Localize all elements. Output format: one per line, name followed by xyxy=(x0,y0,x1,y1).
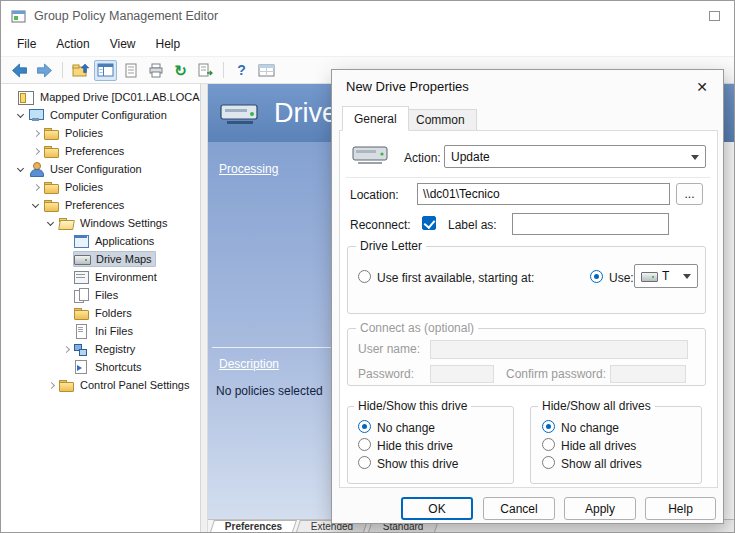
toolbar-separator xyxy=(62,62,63,78)
cancel-button[interactable]: Cancel xyxy=(483,497,555,520)
tab-common[interactable]: Common xyxy=(404,109,477,131)
console-tree[interactable]: Mapped Drive [DC01.LAB.LOCA Computer Con… xyxy=(1,84,201,532)
tree-item-folders[interactable]: Folders xyxy=(1,304,200,322)
menu-file[interactable]: File xyxy=(7,34,46,54)
tree-item-applications[interactable]: Applications xyxy=(1,232,200,250)
divider xyxy=(346,177,710,178)
user-name-label: User name: xyxy=(358,342,420,356)
help-icon[interactable]: ? xyxy=(230,60,253,81)
chevron-down-icon[interactable] xyxy=(45,217,58,230)
tree-item-root[interactable]: Mapped Drive [DC01.LAB.LOCA xyxy=(1,88,200,106)
close-icon[interactable]: ✕ xyxy=(689,76,715,98)
action-combobox[interactable]: Update xyxy=(444,145,706,168)
folder-icon xyxy=(43,180,59,194)
chevron-right-icon[interactable] xyxy=(30,127,43,140)
chevron-right-icon[interactable] xyxy=(30,181,43,194)
tree-item-drive-maps[interactable]: Drive Maps xyxy=(1,250,200,268)
show-all-drives-radio[interactable] xyxy=(542,456,555,469)
browse-button[interactable]: ... xyxy=(676,183,703,205)
label-as-input[interactable] xyxy=(512,213,669,235)
no-expander xyxy=(60,289,73,302)
hide-all-drives-label: Hide all drives xyxy=(561,439,636,453)
chevron-down-icon[interactable] xyxy=(15,109,28,122)
tree-item-preferences-computer[interactable]: Preferences xyxy=(1,142,200,160)
tree-item-environment[interactable]: Environment xyxy=(1,268,200,286)
pane-splitter[interactable] xyxy=(201,84,208,532)
tree-item-label: Mapped Drive [DC01.LAB.LOCA xyxy=(37,90,201,104)
toolbar-separator xyxy=(223,62,224,78)
drive-icon xyxy=(74,252,90,266)
properties-icon[interactable] xyxy=(119,60,142,81)
tree-item-computer-configuration[interactable]: Computer Configuration xyxy=(1,106,200,124)
tree-item-windows-settings[interactable]: Windows Settings xyxy=(1,214,200,232)
tree-item-preferences-user[interactable]: Preferences xyxy=(1,196,200,214)
tree-item-label: Files xyxy=(92,288,121,302)
show-this-drive-label: Show this drive xyxy=(377,457,458,471)
tree-item-ini-files[interactable]: Ini Files xyxy=(1,322,200,340)
no-expander xyxy=(60,361,73,374)
description-link[interactable]: Description xyxy=(219,357,279,371)
tree-item-label: Computer Configuration xyxy=(47,108,170,122)
chevron-down-icon xyxy=(691,155,699,160)
tree-item-label: Preferences xyxy=(62,198,127,212)
dialog-title: New Drive Properties xyxy=(332,70,723,102)
tree-item-label: Ini Files xyxy=(92,324,136,338)
forward-icon[interactable] xyxy=(33,60,56,81)
tree-item-label: Applications xyxy=(92,234,157,248)
tree-item-control-panel-settings[interactable]: Control Panel Settings xyxy=(1,376,200,394)
apply-button[interactable]: Apply xyxy=(564,497,636,520)
show-console-tree-icon[interactable] xyxy=(94,60,117,81)
chevron-down-icon[interactable] xyxy=(30,199,43,212)
tab-general[interactable]: General xyxy=(342,106,409,131)
processing-link[interactable]: Processing xyxy=(219,162,278,176)
tree-item-shortcuts[interactable]: Shortcuts xyxy=(1,358,200,376)
hide-all-drives-radio[interactable] xyxy=(542,438,555,451)
chevron-down-icon[interactable] xyxy=(15,163,28,176)
folder-icon xyxy=(58,378,74,392)
tree-item-label: Registry xyxy=(92,342,138,356)
tree-item-registry[interactable]: Registry xyxy=(1,340,200,358)
back-icon[interactable] xyxy=(8,60,31,81)
this-no-change-radio[interactable] xyxy=(358,420,371,433)
title-bar[interactable]: Group Policy Management Editor xyxy=(1,1,734,31)
action-label: Action: xyxy=(404,151,441,165)
hide-this-drive-radio[interactable] xyxy=(358,438,371,451)
reconnect-checkbox[interactable] xyxy=(422,216,436,230)
no-expander xyxy=(60,307,73,320)
use-first-available-radio[interactable] xyxy=(358,270,371,283)
chevron-right-icon[interactable] xyxy=(30,145,43,158)
drive-letter-combobox[interactable]: T xyxy=(634,264,698,288)
menu-help[interactable]: Help xyxy=(146,34,191,54)
print-icon[interactable] xyxy=(144,60,167,81)
connect-as-group-label: Connect as (optional) xyxy=(356,321,478,335)
chevron-right-icon[interactable] xyxy=(45,379,58,392)
tab-preferences[interactable]: Preferences xyxy=(210,520,297,532)
ok-button[interactable]: OK xyxy=(401,497,473,520)
all-no-change-radio[interactable] xyxy=(542,420,555,433)
tree-item-label: Policies xyxy=(62,126,106,140)
maximize-button[interactable] xyxy=(709,11,720,21)
chevron-right-icon[interactable] xyxy=(60,343,73,356)
chevron-down-icon xyxy=(683,274,691,279)
tree-item-policies-user[interactable]: Policies xyxy=(1,178,200,196)
tree-item-user-configuration[interactable]: User Configuration xyxy=(1,160,200,178)
show-this-drive-radio[interactable] xyxy=(358,456,371,469)
menu-action[interactable]: Action xyxy=(46,34,99,54)
use-radio[interactable] xyxy=(590,270,603,283)
user-name-input xyxy=(430,340,688,359)
help-button[interactable]: Help xyxy=(645,497,716,520)
export-list-icon[interactable] xyxy=(194,60,217,81)
confirm-password-label: Confirm password: xyxy=(506,367,606,381)
hide-this-drive-label: Hide this drive xyxy=(377,439,453,453)
selected-highlight: Drive Maps xyxy=(73,251,156,267)
location-input[interactable] xyxy=(417,183,670,205)
tree-item-policies-computer[interactable]: Policies xyxy=(1,124,200,142)
tree-item-files[interactable]: Files xyxy=(1,286,200,304)
list-view-icon[interactable] xyxy=(255,60,278,81)
menu-view[interactable]: View xyxy=(100,34,146,54)
no-expander xyxy=(5,91,18,104)
up-one-level-icon[interactable] xyxy=(69,60,92,81)
tree-item-label: User Configuration xyxy=(47,162,145,176)
refresh-icon[interactable]: ↻ xyxy=(169,60,192,81)
no-expander xyxy=(60,271,73,284)
